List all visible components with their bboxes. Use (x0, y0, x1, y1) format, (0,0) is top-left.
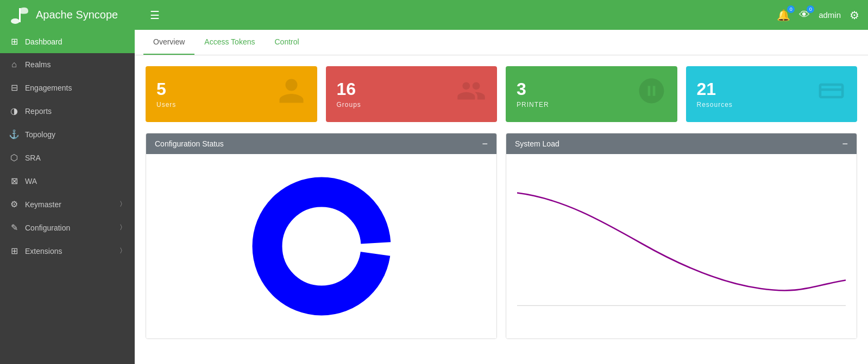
topology-icon: ⚓ (9, 129, 20, 139)
stat-card-resources[interactable]: 21Resources (686, 66, 858, 122)
notifications-button[interactable]: 🔔 0 (777, 9, 790, 22)
settings-button[interactable]: ⚙ (850, 9, 859, 22)
stat-card-users[interactable]: 5Users (146, 66, 317, 122)
stat-card-label-users: Users (156, 101, 176, 108)
sidebar-item-wa[interactable]: ⊠WA (0, 169, 135, 193)
chevron-right-icon: 〈 (119, 200, 126, 209)
user-label: admin (819, 10, 841, 20)
system-load-chart-container (517, 165, 846, 328)
sidebar-item-keymaster[interactable]: ⚙Keymaster〈 (0, 193, 135, 216)
system-load-chart (517, 170, 846, 317)
stat-cards-grid: 5Users16Groups3PRINTER21Resources (146, 66, 857, 122)
stat-card-info-resources: 21Resources (697, 80, 733, 108)
sidebar: ⊞Dashboard⌂Realms⊟Engagements◑Reports⚓To… (0, 30, 135, 364)
logo-icon (9, 4, 30, 26)
svg-point-0 (11, 18, 20, 24)
sra-icon: ⬡ (9, 152, 20, 163)
settings-icon: ⚙ (850, 9, 859, 21)
navbar-right: 🔔 0 👁 0 admin ⚙ (777, 9, 859, 22)
sidebar-item-label-wa: WA (25, 177, 37, 186)
chevron-right-icon: 〈 (119, 246, 126, 256)
sidebar-item-extensions[interactable]: ⊞Extensions〈 (0, 239, 135, 263)
stat-card-number-users: 5 (156, 80, 176, 98)
stat-card-icon-resources (816, 76, 846, 112)
sidebar-item-topology[interactable]: ⚓Topology (0, 123, 135, 146)
sidebar-item-configuration[interactable]: ✎Configuration〈 (0, 216, 135, 239)
donut-chart-container (157, 165, 486, 328)
extensions-icon: ⊞ (9, 246, 20, 256)
stat-card-groups[interactable]: 16Groups (326, 66, 498, 122)
sidebar-item-reports[interactable]: ◑Reports (0, 99, 135, 123)
sidebar-item-label-realms: Realms (25, 60, 51, 69)
hamburger-icon: ☰ (150, 9, 160, 21)
tab-overview[interactable]: Overview (143, 30, 194, 55)
sidebar-item-label-dashboard: Dashboard (25, 37, 62, 46)
panels-row: Configuration Status − (146, 133, 857, 339)
keymaster-icon: ⚙ (9, 199, 20, 209)
sidebar-item-dashboard[interactable]: ⊞Dashboard (0, 30, 135, 53)
stat-card-number-resources: 21 (697, 80, 733, 98)
sidebar-item-realms[interactable]: ⌂Realms (0, 53, 135, 76)
stat-card-label-printer: PRINTER (517, 101, 549, 108)
monitor-button[interactable]: 👁 0 (799, 9, 810, 21)
realms-icon: ⌂ (9, 60, 20, 69)
tabs-bar: OverviewAccess TokensControl (135, 30, 868, 55)
chevron-right-icon: 〈 (119, 223, 126, 232)
config-status-body (146, 154, 496, 339)
config-status-title: Configuration Status (155, 139, 224, 148)
sidebar-item-engagements[interactable]: ⊟Engagements (0, 76, 135, 99)
main-layout: ⊞Dashboard⌂Realms⊟Engagements◑Reports⚓To… (0, 30, 868, 364)
content-area: OverviewAccess TokensControl 5Users16Gro… (135, 30, 868, 364)
sidebar-item-label-engagements: Engagements (25, 84, 72, 92)
stat-card-number-groups: 16 (337, 80, 361, 98)
dashboard-content: 5Users16Groups3PRINTER21Resources Config… (135, 55, 868, 350)
config-status-collapse-button[interactable]: − (482, 139, 488, 149)
notifications-badge: 0 (787, 5, 795, 13)
stat-card-number-printer: 3 (517, 80, 549, 98)
menu-toggle-button[interactable]: ☰ (143, 9, 777, 22)
stat-card-icon-printer (637, 76, 666, 112)
monitor-badge: 0 (807, 5, 814, 13)
stat-card-label-groups: Groups (337, 101, 361, 108)
stat-card-info-printer: 3PRINTER (517, 80, 549, 108)
stat-card-icon-groups (456, 76, 486, 112)
sidebar-item-label-sra: SRA (25, 154, 41, 162)
svg-point-4 (282, 207, 361, 285)
system-load-title: System Load (515, 139, 559, 148)
sidebar-item-label-configuration: Configuration (25, 223, 70, 232)
stat-card-info-users: 5Users (156, 80, 176, 108)
config-status-header: Configuration Status − (146, 133, 496, 154)
brand: Apache Syncope (9, 4, 143, 26)
sidebar-item-label-extensions: Extensions (25, 247, 62, 256)
system-load-collapse-button[interactable]: − (842, 139, 848, 149)
sidebar-item-label-topology: Topology (25, 130, 55, 139)
configuration-icon: ✎ (9, 222, 20, 233)
sidebar-item-label-keymaster: Keymaster (25, 200, 61, 209)
svg-rect-1 (19, 8, 21, 22)
system-load-body (506, 154, 857, 339)
stat-card-printer[interactable]: 3PRINTER (506, 66, 677, 122)
system-load-header: System Load − (506, 133, 857, 154)
reports-icon: ◑ (9, 106, 20, 116)
stat-card-icon-users (276, 76, 306, 112)
donut-chart (251, 176, 392, 317)
stat-card-info-groups: 16Groups (337, 80, 361, 108)
tab-access-tokens[interactable]: Access Tokens (194, 30, 265, 55)
tab-control[interactable]: Control (265, 30, 309, 55)
wa-icon: ⊠ (9, 176, 20, 186)
system-load-panel: System Load − (506, 133, 857, 339)
sidebar-item-sra[interactable]: ⬡SRA (0, 146, 135, 169)
dashboard-icon: ⊞ (9, 36, 20, 47)
engagements-icon: ⊟ (9, 82, 20, 93)
user-menu-button[interactable]: admin (819, 10, 841, 20)
config-status-panel: Configuration Status − (146, 133, 497, 339)
app-name: Apache Syncope (36, 9, 118, 21)
stat-card-label-resources: Resources (697, 101, 733, 108)
navbar: Apache Syncope ☰ 🔔 0 👁 0 admin ⚙ (0, 0, 868, 30)
sidebar-item-label-reports: Reports (25, 107, 52, 116)
